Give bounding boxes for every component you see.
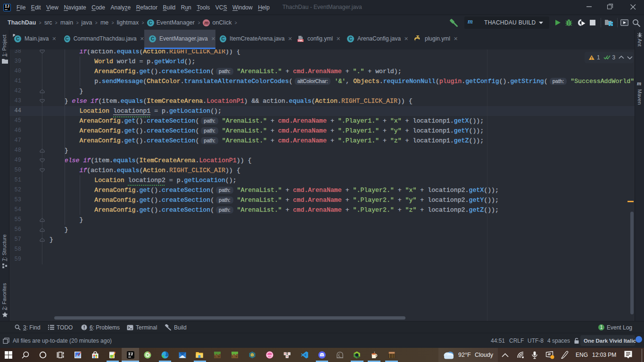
svg-text:U: U xyxy=(284,352,286,355)
svg-text:YML: YML xyxy=(298,39,304,42)
svg-text:n: n xyxy=(286,355,288,358)
svg-text:osu!: osu! xyxy=(267,354,273,357)
